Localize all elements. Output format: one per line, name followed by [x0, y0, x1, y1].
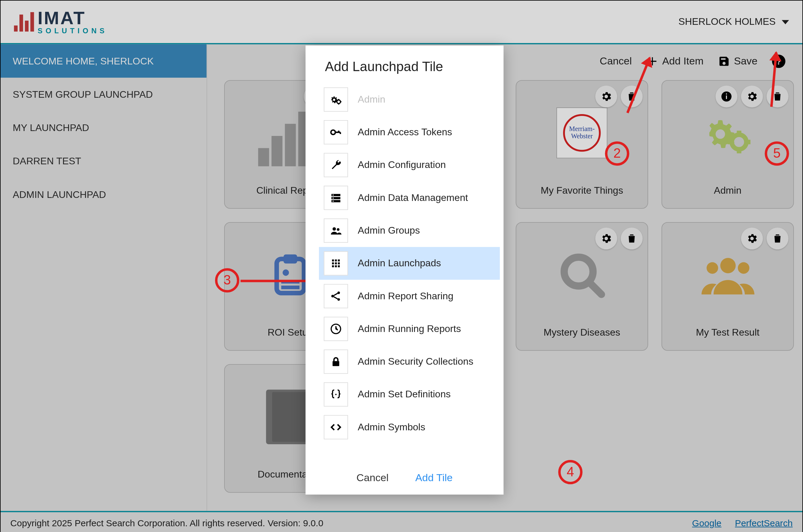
modal-option: Admin	[319, 83, 500, 116]
modal-option-label: Admin Groups	[358, 225, 420, 236]
modal-option-label: Admin Set Definitions	[358, 389, 451, 400]
svg-rect-32	[332, 259, 334, 261]
modal-option-label: Admin Running Reports	[358, 323, 461, 335]
svg-point-43	[337, 298, 340, 301]
callout-3: 3	[215, 268, 239, 292]
modal-option[interactable]: Admin Security Collections	[319, 345, 500, 378]
callout-circle-3: 3	[215, 268, 239, 292]
modal-option[interactable]: Admin Symbols	[319, 411, 500, 444]
svg-rect-38	[332, 265, 334, 267]
svg-point-23	[331, 130, 335, 135]
modal-option[interactable]: Admin Set Definitions	[319, 378, 500, 411]
modal-option-label: Admin Report Sharing	[358, 291, 453, 302]
svg-point-29	[333, 201, 334, 202]
wrench-icon	[324, 153, 348, 177]
svg-point-28	[333, 197, 334, 199]
app-root: IMAT SOLUTIONS SHERLOCK HOLMES WELCOME H…	[0, 0, 803, 532]
modal-option[interactable]: Admin Data Management	[319, 182, 500, 214]
clock-icon	[324, 317, 348, 341]
modal-actions: Cancel Add Tile	[306, 462, 504, 494]
svg-point-41	[331, 295, 334, 297]
svg-rect-37	[338, 262, 340, 264]
add-tile-modal: Add Launchpad Tile AdminAdmin Access Tok…	[306, 45, 504, 494]
svg-point-46	[335, 394, 336, 395]
grid-icon	[324, 251, 348, 276]
svg-rect-34	[338, 259, 340, 261]
modal-list[interactable]: AdminAdmin Access TokensAdmin Configurat…	[319, 83, 500, 462]
callout-2: 2	[605, 141, 629, 166]
svg-rect-45	[333, 361, 339, 366]
svg-rect-39	[335, 265, 337, 267]
modal-option[interactable]: Admin Launchpads	[319, 247, 500, 280]
modal-title: Add Launchpad Tile	[325, 59, 504, 75]
svg-point-27	[333, 195, 334, 196]
modal-option[interactable]: Admin Access Tokens	[319, 116, 500, 149]
svg-point-31	[337, 228, 340, 231]
svg-rect-36	[335, 262, 337, 264]
modal-option-label: Admin Access Tokens	[358, 127, 452, 138]
code-icon	[324, 415, 348, 439]
modal-option[interactable]: Admin Configuration	[319, 149, 500, 181]
callout-5: 5	[765, 141, 789, 166]
svg-rect-40	[338, 265, 340, 267]
key-icon	[324, 120, 348, 144]
modal-add-tile-button[interactable]: Add Tile	[415, 472, 453, 484]
lock-icon	[324, 349, 348, 374]
modal-option-label: Admin Launchpads	[358, 258, 441, 269]
svg-point-18	[337, 100, 341, 103]
modal-option-label: Admin Security Collections	[358, 356, 473, 367]
callout-circle-4: 4	[558, 460, 583, 484]
braces-icon	[324, 382, 348, 406]
svg-rect-35	[332, 262, 334, 264]
modal-option[interactable]: Admin Report Sharing	[319, 280, 500, 312]
server-icon	[324, 186, 348, 210]
modal-option[interactable]: Admin Running Reports	[319, 312, 500, 345]
gears-icon	[324, 88, 348, 112]
share-icon	[324, 284, 348, 308]
svg-point-42	[337, 291, 340, 294]
modal-option-label: Admin Symbols	[358, 422, 425, 433]
callout-circle-2: 2	[605, 141, 629, 166]
modal-option-label: Admin Data Management	[358, 192, 468, 203]
svg-point-30	[333, 227, 336, 231]
callout-circle-5: 5	[765, 141, 789, 166]
modal-option-label: Admin	[358, 94, 385, 105]
svg-rect-33	[335, 259, 337, 261]
modal-cancel-button[interactable]: Cancel	[357, 472, 389, 484]
modal-option[interactable]: Admin Groups	[319, 214, 500, 247]
callout-4: 4	[558, 460, 583, 484]
modal-option-label: Admin Configuration	[358, 159, 446, 170]
group-icon	[324, 218, 348, 243]
